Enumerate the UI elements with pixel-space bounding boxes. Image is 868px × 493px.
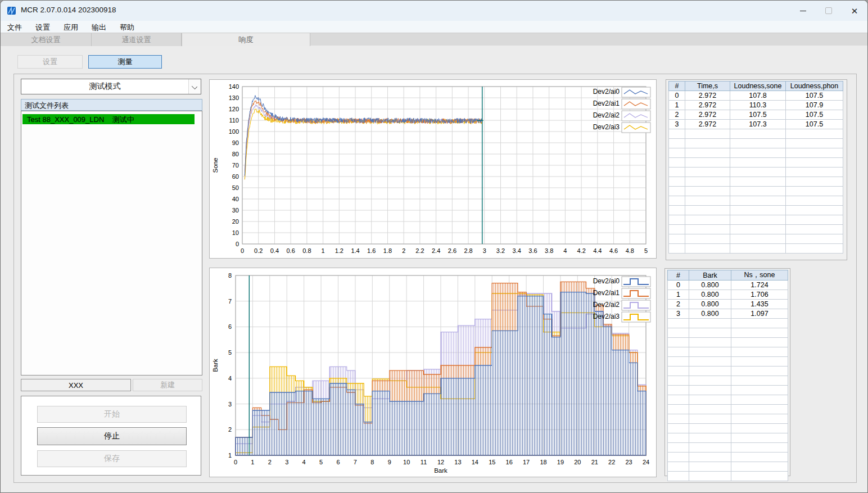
empty-row [669, 168, 843, 177]
empty-row [669, 139, 843, 148]
table-cell [730, 244, 786, 254]
svg-text:24: 24 [643, 459, 649, 465]
table-cell [689, 443, 731, 453]
legend-bar-icon [622, 312, 650, 322]
svg-text:40: 40 [232, 196, 239, 202]
table-cell [731, 443, 788, 453]
table-cell [731, 462, 788, 472]
table-row[interactable]: 32.972107.3107.5 [669, 120, 843, 129]
table-cell [669, 158, 685, 168]
svg-text:140: 140 [229, 83, 239, 90]
table-row[interactable]: 22.972107.5107.5 [669, 110, 843, 120]
table-cell [668, 405, 689, 414]
table-cell [730, 225, 786, 234]
table-row[interactable]: 30.8001.097 [668, 309, 788, 319]
svg-text:Sone: Sone [212, 158, 219, 173]
empty-row [668, 395, 788, 405]
xxx-button[interactable]: XXX [21, 379, 131, 391]
svg-text:7: 7 [354, 459, 357, 465]
test-mode-dropdown[interactable]: 测试模式 [21, 79, 201, 94]
svg-text:9: 9 [388, 459, 391, 465]
table-row[interactable]: 02.972107.8107.5 [669, 91, 843, 101]
empty-row [668, 433, 788, 443]
specific-loudness-chart[interactable]: 0123456789101112131415161718192021222324… [210, 268, 656, 477]
tab-2[interactable]: 响度 [182, 33, 310, 46]
table-cell [731, 319, 788, 328]
table-row[interactable]: 10.8001.706 [668, 290, 788, 300]
svg-text:7: 7 [228, 298, 232, 305]
table-cell [730, 206, 786, 215]
close-button[interactable]: ✕ [842, 1, 867, 21]
svg-text:12: 12 [437, 459, 444, 465]
stop-button[interactable]: 停止 [37, 427, 187, 445]
maximize-button[interactable] [816, 1, 842, 21]
table-cell [669, 168, 685, 177]
table-cell [668, 414, 689, 424]
test-mode-value: 测试模式 [21, 79, 188, 94]
svg-text:5: 5 [228, 349, 232, 356]
table-row[interactable]: 12.972110.3107.9 [669, 101, 843, 110]
svg-text:6: 6 [228, 323, 232, 330]
title-bar: MCR 2.07.0.014 202300918 ✕ [1, 1, 867, 21]
subtab-measure-button[interactable]: 测量 [88, 55, 162, 69]
table-cell [786, 234, 843, 244]
column-header: Ns，sone [731, 270, 788, 281]
svg-text:2.8: 2.8 [464, 247, 472, 254]
legend-entry: Dev2/ai0 [593, 277, 650, 287]
specific-loudness-chart-panel: 0123456789101112131415161718192021222324… [209, 268, 657, 477]
tab-0[interactable]: 文档设置 [1, 33, 92, 46]
table-cell [669, 177, 685, 187]
legend-entry: Dev2/ai0 [593, 87, 650, 97]
table-cell [731, 405, 788, 414]
svg-text:Dev2/ai2: Dev2/ai2 [593, 111, 620, 119]
table-cell: 3 [668, 309, 689, 319]
table-cell [731, 472, 788, 481]
table-cell [689, 338, 731, 347]
svg-text:4: 4 [228, 375, 232, 382]
table-cell [689, 376, 731, 386]
table-cell: 107.5 [786, 120, 843, 129]
menu-item-1[interactable]: 设置 [29, 21, 57, 33]
table-cell [689, 424, 731, 433]
table-cell [685, 196, 730, 206]
svg-text:120: 120 [229, 106, 239, 112]
table-cell [731, 357, 788, 367]
empty-row [668, 367, 788, 376]
dropdown-button[interactable] [188, 79, 201, 94]
tab-bar: 文档设置通道设置响度 [1, 33, 867, 46]
table-row[interactable]: 00.8001.724 [668, 281, 788, 290]
menu-item-0[interactable]: 文件 [1, 21, 29, 33]
table-cell [689, 405, 731, 414]
svg-text:Dev2/ai3: Dev2/ai3 [593, 123, 620, 131]
svg-text:0: 0 [236, 241, 239, 247]
loudness-time-chart[interactable]: 00.20.40.60.811.21.41.61.822.22.42.62.83… [210, 80, 656, 258]
empty-row [668, 328, 788, 338]
svg-text:3: 3 [285, 459, 288, 465]
list-item[interactable]: Test 88_XXX_009_LDN 测试中 [22, 114, 195, 124]
empty-row [669, 225, 843, 234]
svg-text:4.8: 4.8 [626, 247, 634, 254]
empty-row [669, 158, 843, 168]
svg-text:2: 2 [268, 459, 272, 465]
menu-item-4[interactable]: 帮助 [113, 21, 141, 33]
svg-text:3: 3 [483, 247, 486, 254]
svg-text:0.6: 0.6 [287, 247, 295, 254]
bark-table-panel: #BarkNs，sone00.8001.72410.8001.70620.800… [664, 268, 790, 476]
minimize-button[interactable] [790, 1, 816, 21]
maximize-icon [825, 7, 832, 14]
svg-text:Dev2/ai1: Dev2/ai1 [593, 289, 620, 297]
table-cell [668, 453, 689, 462]
table-cell [685, 177, 730, 187]
table-cell [685, 129, 730, 139]
app-icon [7, 6, 16, 15]
svg-text:130: 130 [229, 94, 239, 101]
test-file-list[interactable]: Test 88_XXX_009_LDN 测试中 [21, 111, 202, 376]
menu-item-2[interactable]: 应用 [57, 21, 85, 33]
table-cell [685, 244, 730, 254]
tab-1[interactable]: 通道设置 [92, 33, 182, 46]
table-cell [685, 139, 730, 148]
table-row[interactable]: 20.8001.435 [668, 300, 788, 309]
menu-item-3[interactable]: 输出 [85, 21, 113, 33]
svg-text:2: 2 [228, 426, 232, 433]
table-cell: 1.724 [731, 281, 788, 290]
